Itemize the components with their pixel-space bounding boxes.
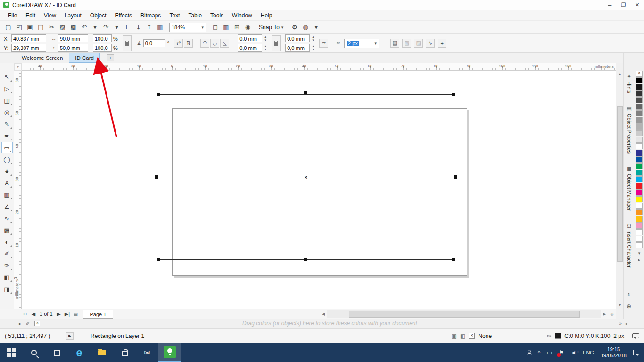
corner-radius-top-right-field[interactable]: 0,0 mm [285,34,310,42]
palette-scroll-down-button[interactable]: ▾ [638,251,641,255]
spinner-icon[interactable]: ▲▼ [264,45,267,51]
next-page-button[interactable]: ▶ [55,310,63,318]
color-swatch[interactable] [636,110,643,116]
selection-center-marker[interactable]: × [305,174,307,180]
color-swatch[interactable] [636,203,643,209]
language-indicator[interactable]: ENG [583,350,594,355]
color-swatch[interactable] [636,117,643,123]
color-swatch[interactable] [636,176,643,182]
zoom-tool[interactable]: ◎ [1,107,13,118]
color-swatch[interactable] [636,143,643,149]
crop-tool[interactable]: ◫ [1,95,13,106]
docker-expand-icon[interactable]: ⇕ [627,292,631,297]
corner-radius-top-left-field[interactable]: 0,0 mm [238,34,262,42]
navigator-button[interactable]: ⊕ [627,303,631,310]
docker-tab-insert-character[interactable]: Ω Insert Character [627,223,632,268]
file-explorer-taskbar-button[interactable] [91,343,113,362]
last-page-button[interactable]: ▶| [63,310,72,318]
spinner-icon[interactable]: ▲▼ [312,35,314,42]
menu-item[interactable]: Edit [21,11,40,20]
restore-button[interactable]: ❐ [617,0,630,10]
pick-tool[interactable]: ↖ [1,71,13,82]
selection-handle[interactable] [304,258,307,261]
menu-item[interactable]: Help [256,11,277,20]
vertical-scrollbar[interactable]: ▲ ▼ [616,71,623,309]
vertical-scrollbar-thumb[interactable] [617,106,623,262]
export-button[interactable]: ↥ [144,22,155,33]
volume-muted-icon[interactable]: ◄× [570,349,576,356]
minimize-button[interactable]: ─ [603,0,617,10]
polygon-tool[interactable]: ★ [1,165,13,177]
rectangle-tool[interactable]: ▭ [1,142,13,153]
selection-handle[interactable] [157,93,160,96]
palette-scroll-right-icon[interactable]: » [619,321,622,326]
show-grid-button[interactable]: ⊞ [231,22,242,33]
scale-horizontal-field[interactable]: 100,0 [93,34,112,42]
docker-tab-hints[interactable]: ✦ Hints [627,74,632,93]
palette-expand-icon[interactable]: ▸ [626,321,628,326]
docker-tab-object-manager[interactable]: ≣ Object Manager [627,166,632,211]
shape-tool[interactable]: ▷ [1,83,13,94]
horizontal-ruler[interactable]: millimeters 4030201001020304050607080901… [22,63,616,71]
monitor-tray-icon[interactable]: ▭ [547,349,552,356]
color-swatch[interactable] [636,183,643,189]
menu-item[interactable]: Effects [111,11,136,20]
mail-taskbar-button[interactable]: ✉ [136,343,158,362]
selection-handle[interactable] [157,258,160,261]
tab-id-card[interactable]: ID Card [69,53,100,63]
ruler-origin-button[interactable]: + [14,63,22,71]
chamfered-corner-button[interactable]: ◺ [220,39,229,48]
color-swatch[interactable] [636,170,643,176]
color-swatch[interactable] [636,137,643,143]
horizontal-scrollbar-thumb[interactable] [349,311,580,318]
selection-handle[interactable] [452,93,455,96]
object-height-field[interactable]: 50,0 mm [58,44,88,52]
add-page-button[interactable]: ⊞ [21,310,29,318]
freehand-tool[interactable]: ✎ [1,118,13,130]
color-swatch[interactable] [636,123,643,130]
menu-item[interactable]: File [4,11,21,20]
palette-flyout-button[interactable]: ▸ [638,257,641,262]
angle-of-rotation-field[interactable]: 0,0 [143,39,165,47]
application-launcher-button[interactable]: ◍ [300,22,311,33]
page-1-tab[interactable]: Page 1 [83,310,114,319]
cut-button[interactable]: ✂ [46,22,57,33]
redo-options-chevron[interactable]: ▾ [111,22,122,33]
corner-radius-bottom-right-field[interactable]: 0,0 mm [285,44,310,52]
status-flyout-button[interactable]: ▶ [66,332,74,340]
color-swatch[interactable] [636,236,643,242]
table-tool[interactable]: ▦ [1,189,13,200]
undo-options-chevron[interactable]: ▾ [90,22,100,33]
mirror-vertical-button[interactable]: ⇅ [184,39,193,48]
color-swatch[interactable] [636,196,643,202]
color-swatch[interactable] [636,90,643,97]
start-button[interactable] [0,343,23,362]
tab-welcome-screen[interactable]: Welcome Screen [16,53,69,63]
color-swatch[interactable] [636,84,643,90]
y-position-field[interactable]: 29,307 mm [11,44,46,52]
notification-flag-icon[interactable]: ⚑ [559,349,564,356]
store-taskbar-button[interactable] [113,343,136,362]
edit-corners-together-button[interactable] [272,35,281,51]
page-menu-button[interactable]: ▤ [72,310,80,318]
color-swatch[interactable] [636,77,643,83]
eyedropper-icon[interactable]: ✐ [26,321,30,326]
color-swatch[interactable] [636,130,643,136]
outline-pen-tool[interactable]: ✑ [1,260,13,271]
color-swatch[interactable] [636,156,643,163]
menu-item[interactable]: Table [184,11,206,20]
color-swatch[interactable] [636,150,643,156]
horizontal-scrollbar[interactable] [327,310,601,318]
x-position-field[interactable]: 40,837 mm [11,34,46,42]
scale-vertical-field[interactable]: 100,0 [93,44,112,52]
lock-ratio-button[interactable] [123,35,132,51]
drawing-canvas[interactable]: × [22,71,616,309]
launcher-chevron[interactable]: ▾ [311,22,322,33]
undo-button[interactable]: ↶ [79,22,90,33]
selection-handle[interactable] [452,258,455,261]
color-swatch[interactable] [636,163,643,169]
publish-pdf-button[interactable]: ▦ [155,22,165,33]
color-swatch[interactable] [636,242,643,248]
vertical-ruler[interactable]: 6050403020100 [14,71,22,309]
coreldraw-taskbar-button[interactable] [158,343,181,362]
